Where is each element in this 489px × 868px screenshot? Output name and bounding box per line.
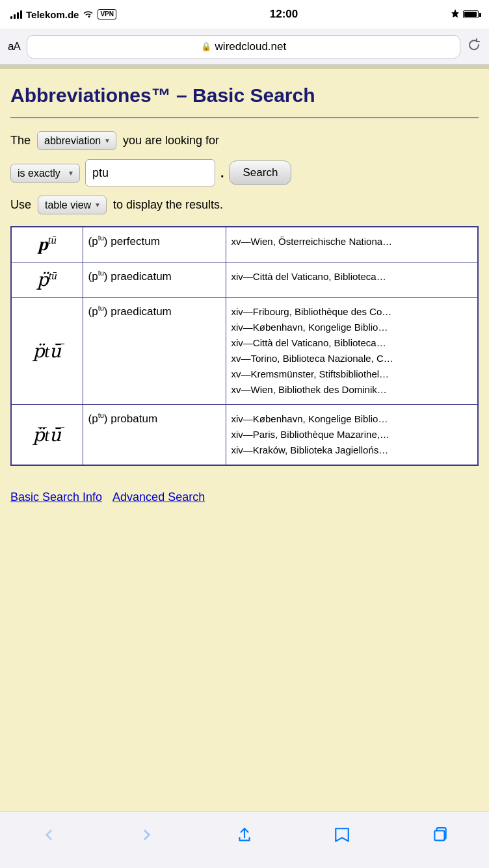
url-bar[interactable]: 🔒 wiredcloud.net (27, 35, 460, 58)
display-part1: Use (10, 198, 31, 212)
source-text: xiv—Fribourg, Bibliothèque des Co… xiv—K… (231, 306, 393, 395)
advanced-search-link[interactable]: Advanced Search (112, 491, 205, 504)
abbrev-symbol: p̈tū (37, 270, 57, 290)
form-row-display: Use table view list view ▼ to display th… (10, 196, 479, 214)
url-text: wiredcloud.net (215, 40, 287, 53)
footer-links: Basic Search Info Advanced Search (10, 484, 479, 511)
title-divider (10, 117, 479, 118)
source-cell: xiv—Fribourg, Bibliothèque des Co… xiv—K… (226, 298, 478, 405)
expansion-text: (ptu) probatum (88, 413, 158, 425)
field-select-wrapper[interactable]: abbreviation expansion date library ▼ (37, 131, 116, 150)
display-part2: to display the results. (113, 198, 223, 212)
expansion-cell: (ptu) probatum (83, 405, 226, 466)
condition-select[interactable]: is exactly contains starts with ends wit… (18, 168, 65, 179)
carrier-label: Telekom.de (26, 9, 79, 20)
expansion-text: (ptu) perfectum (88, 235, 160, 248)
status-time: 12:00 (270, 8, 298, 21)
abbrev-symbol: p̈̅tū̅ (33, 425, 61, 445)
tabs-button[interactable] (424, 821, 456, 849)
browser-bar: aA 🔒 wiredcloud.net (0, 29, 489, 65)
search-form: The abbreviation expansion date library … (10, 131, 479, 214)
forward-button[interactable] (131, 821, 163, 849)
search-dot: . (220, 166, 224, 181)
location-icon (451, 9, 459, 20)
table-row: p̈tū̅ (ptu) praedicatum xiv—Fribourg, Bi… (11, 298, 478, 405)
abbrev-symbol: p̈tū̅ (33, 341, 61, 361)
expansion-cell: (ptu) perfectum (83, 227, 226, 262)
abbrev-symbol: 𝐩tū (38, 234, 57, 254)
search-input[interactable] (85, 159, 215, 186)
view-select[interactable]: table view list view (45, 199, 92, 211)
search-button[interactable]: Search (229, 160, 291, 185)
table-row: 𝐩tū (ptu) perfectum xv—Wien, Österreichi… (11, 227, 478, 262)
source-text: xv—Wien, Österreichische Nationa… (231, 236, 393, 247)
text-size-button[interactable]: aA (8, 40, 20, 53)
status-bar: Telekom.de VPN 12:00 (0, 0, 489, 29)
source-cell: xiv—København, Kongelige Biblio… xiv—Par… (226, 405, 478, 466)
expansion-cell: (ptu) praedicatum (83, 262, 226, 298)
view-select-arrow: ▼ (94, 201, 101, 209)
svg-rect-0 (434, 830, 444, 840)
source-cell: xv—Wien, Österreichische Nationa… (226, 227, 478, 262)
source-text: xiv—Città del Vaticano, Biblioteca… (231, 271, 386, 282)
table-row: p̈̅tū̅ (ptu) probatum xiv—København, Kon… (11, 405, 478, 466)
field-select[interactable]: abbreviation expansion date library (44, 135, 101, 146)
symbol-cell: 𝐩tū (11, 227, 83, 262)
field-select-arrow: ▼ (104, 137, 111, 144)
results-table: 𝐩tū (ptu) perfectum xv—Wien, Österreichi… (10, 226, 479, 466)
expansion-cell: (ptu) praedicatum (83, 298, 226, 405)
basic-search-info-link[interactable]: Basic Search Info (10, 491, 102, 504)
expansion-text: (ptu) praedicatum (88, 270, 172, 283)
reload-button[interactable] (467, 38, 481, 56)
back-button[interactable] (33, 821, 65, 849)
page-title: Abbreviationes™ – Basic Search (10, 84, 479, 107)
symbol-cell: p̈tū̅ (11, 298, 83, 405)
view-select-wrapper[interactable]: table view list view ▼ (38, 196, 107, 214)
form-row-description: The abbreviation expansion date library … (10, 131, 479, 150)
expansion-text: (ptu) praedicatum (88, 305, 172, 318)
main-content: Abbreviationes™ – Basic Search The abbre… (0, 69, 489, 836)
bookmarks-button[interactable] (326, 821, 358, 849)
symbol-cell: p̈tū (11, 262, 83, 298)
source-cell: xiv—Città del Vaticano, Biblioteca… (226, 262, 478, 298)
form-row-search: is exactly contains starts with ends wit… (10, 159, 479, 186)
symbol-cell: p̈̅tū̅ (11, 405, 83, 466)
condition-select-wrapper[interactable]: is exactly contains starts with ends wit… (10, 164, 80, 183)
source-text: xiv—København, Kongelige Biblio… xiv—Par… (231, 413, 390, 455)
condition-select-arrow: ▼ (68, 170, 74, 177)
vpn-badge: VPN (98, 9, 116, 19)
signal-icon (10, 10, 22, 19)
table-row: p̈tū (ptu) praedicatum xiv—Città del Vat… (11, 262, 478, 298)
lock-icon: 🔒 (201, 42, 211, 51)
share-button[interactable] (228, 821, 261, 849)
battery-icon (463, 10, 479, 18)
desc-part2: you are looking for (123, 134, 219, 147)
bottom-nav (0, 811, 489, 868)
desc-part1: The (10, 134, 31, 147)
wifi-icon (83, 9, 94, 20)
